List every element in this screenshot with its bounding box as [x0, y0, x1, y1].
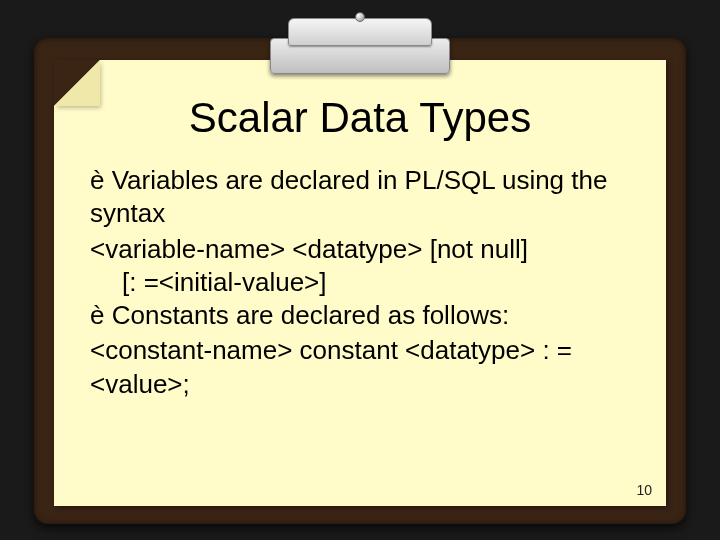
page-curl [54, 60, 100, 106]
note-paper: Scalar Data Types è Variables are declar… [54, 60, 666, 506]
code-line: [: =<initial-value>] [90, 266, 630, 299]
bullet-marker: è [90, 165, 104, 195]
code-line: <constant-name> constant <datatype> : = … [90, 334, 630, 401]
code-line: <variable-name> <datatype> [not null] [90, 233, 630, 266]
slide-title: Scalar Data Types [90, 94, 630, 142]
clipboard: Scalar Data Types è Variables are declar… [20, 10, 700, 530]
bullet-text: Variables are declared in PL/SQL using t… [90, 165, 607, 228]
page-number: 10 [636, 482, 652, 498]
slide-content: è Variables are declared in PL/SQL using… [90, 164, 630, 401]
bullet-text: Constants are declared as follows: [112, 300, 509, 330]
bullet-marker: è [90, 300, 104, 330]
bullet-2: è Constants are declared as follows: [90, 299, 630, 332]
bullet-1: è Variables are declared in PL/SQL using… [90, 164, 630, 231]
clip-icon [270, 10, 450, 74]
